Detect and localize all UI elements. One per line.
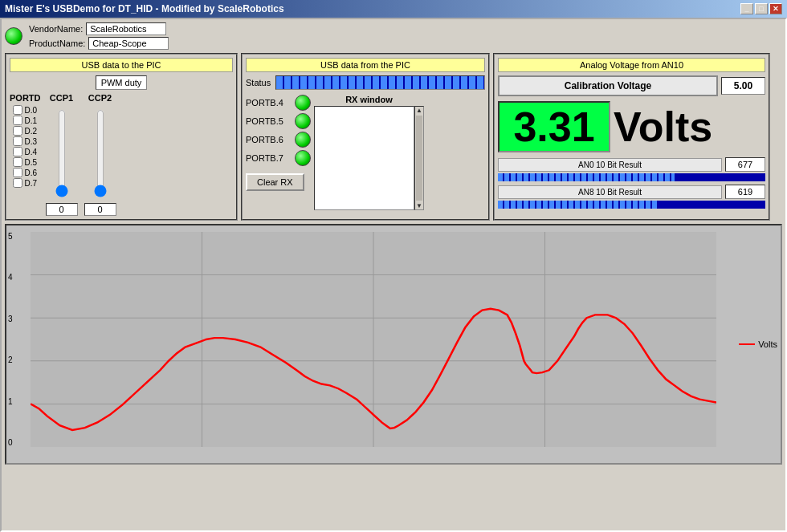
chart-svg xyxy=(31,232,716,447)
y-axis-labels: 5 4 3 2 1 0 xyxy=(8,232,13,447)
an8-label: AN8 10 Bit Result xyxy=(498,185,722,199)
window-title: Mister E's USBDemo for DT_HID - Modified… xyxy=(5,3,284,14)
portd-checkboxes: D.0 D.1 D.2 D.3 D.4 D.5 D.6 D.7 xyxy=(13,105,37,188)
y-label-3: 3 xyxy=(8,315,13,323)
clear-rx-button[interactable]: Clear RX xyxy=(246,173,304,191)
ccp2-group: CCP2 0 xyxy=(84,93,116,216)
usb-to-pic-title: USB data to the PIC xyxy=(10,58,233,72)
chart-panel: 5 4 3 2 1 0 Volts xyxy=(5,224,782,465)
status-row: Status xyxy=(246,75,485,90)
an8-value: 619 xyxy=(725,185,765,199)
an0-label: AN0 10 Bit Result xyxy=(498,158,722,172)
connection-led xyxy=(5,27,22,45)
sections-row: USB data to the PIC PWM duty PORTD D.0 D… xyxy=(5,53,782,221)
y-label-4: 4 xyxy=(8,273,13,282)
calib-label: Calibration Voltage xyxy=(498,75,718,96)
chart-legend: Volts xyxy=(739,339,777,349)
portb4-led xyxy=(295,95,311,111)
maximize-button[interactable]: □ xyxy=(755,3,768,14)
product-name-label: ProductName: xyxy=(29,39,85,48)
portb4-label: PORTB.4 xyxy=(246,98,290,108)
legend-line xyxy=(739,343,755,345)
rx-window-label: RX window xyxy=(345,95,393,104)
portb6-row: PORTB.6 xyxy=(246,132,311,148)
y-label-1: 1 xyxy=(8,397,13,406)
portb7-row: PORTB.7 xyxy=(246,150,311,166)
portd-group: PORTD D.0 D.1 D.2 D.3 D.4 D.5 D.6 D.7 xyxy=(10,93,41,188)
voltage-display: 3.31 Volts xyxy=(498,101,765,152)
status-label: Status xyxy=(246,78,271,87)
calib-value: 5.00 xyxy=(721,77,765,95)
ccp1-label: CCP1 xyxy=(50,93,73,103)
status-bar xyxy=(275,75,485,90)
pwm-label: PWM duty xyxy=(96,75,148,90)
an8-row: AN8 10 Bit Result 619 xyxy=(498,185,765,199)
portb4-row: PORTB.4 xyxy=(246,95,311,111)
portd-cb-d5[interactable] xyxy=(13,157,22,167)
portd-label: PORTD xyxy=(10,93,41,103)
y-label-2: 2 xyxy=(8,355,13,364)
scroll-thumb xyxy=(416,116,422,201)
ccp-section: CCP1 0 CCP2 0 xyxy=(46,93,116,216)
portb6-led xyxy=(295,132,311,148)
title-bar-buttons: _ □ ✕ xyxy=(740,3,782,14)
voltage-unit: Volts xyxy=(614,106,712,148)
usb-to-pic-panel: USB data to the PIC PWM duty PORTD D.0 D… xyxy=(5,53,238,221)
portb7-label: PORTB.7 xyxy=(246,153,290,163)
portb5-label: PORTB.5 xyxy=(246,116,290,126)
usb-from-pic-panel: USB data from the PIC Status PORTB.4 POR… xyxy=(241,53,490,221)
an0-bar-fill xyxy=(498,173,675,181)
an0-value: 677 xyxy=(725,157,765,172)
legend-label: Volts xyxy=(758,339,777,349)
minimize-button[interactable]: _ xyxy=(740,3,753,14)
portd-cb-d4[interactable] xyxy=(13,147,22,156)
rx-column: RX window ▲ ▼ xyxy=(314,95,424,210)
product-name-value: Cheap-Scope xyxy=(88,37,169,50)
portb6-label: PORTB.6 xyxy=(246,135,290,144)
usb-from-pic-title: USB data from the PIC xyxy=(246,58,485,72)
portd-cb-d2[interactable] xyxy=(13,126,22,136)
title-bar: Mister E's USBDemo for DT_HID - Modified… xyxy=(0,0,787,18)
rx-scrollbar[interactable]: ▲ ▼ xyxy=(414,106,424,210)
portb7-led xyxy=(295,150,311,166)
main-window: VendorName: ScaleRobotics ProductName: C… xyxy=(0,18,787,532)
ccp2-slider[interactable] xyxy=(92,109,108,197)
scroll-down-arrow[interactable]: ▼ xyxy=(416,202,422,209)
portd-cb-d7[interactable] xyxy=(13,178,22,188)
portd-cb-d6[interactable] xyxy=(13,168,22,177)
an8-bar xyxy=(498,201,765,209)
portd-cb-d3[interactable] xyxy=(13,136,22,146)
an0-row: AN0 10 Bit Result 677 xyxy=(498,157,765,172)
rx-window[interactable] xyxy=(314,106,414,210)
portb5-row: PORTB.5 xyxy=(246,113,311,129)
y-label-0: 0 xyxy=(8,438,13,447)
vendor-name-value: ScaleRobotics xyxy=(86,22,166,35)
calib-row: Calibration Voltage 5.00 xyxy=(498,75,765,96)
portd-cb-d0[interactable] xyxy=(13,105,22,115)
vendor-info: VendorName: ScaleRobotics ProductName: C… xyxy=(29,22,169,50)
pwm-container: PWM duty xyxy=(10,75,233,93)
analog-voltage-panel: Analog Voltage from AN10 Calibration Vol… xyxy=(493,53,770,221)
status-bar-fill xyxy=(276,76,484,89)
portd-section: PORTD D.0 D.1 D.2 D.3 D.4 D.5 D.6 D.7 CC xyxy=(10,93,233,216)
an8-bar-fill xyxy=(498,201,659,209)
portd-cb-d1[interactable] xyxy=(13,116,22,125)
close-button[interactable]: ✕ xyxy=(769,3,782,14)
top-info: VendorName: ScaleRobotics ProductName: C… xyxy=(5,22,782,50)
an0-bar xyxy=(498,173,765,181)
ccp1-value: 0 xyxy=(46,203,78,216)
portb-rx-row: PORTB.4 PORTB.5 PORTB.6 PORTB.7 xyxy=(246,95,485,210)
ccp1-slider[interactable] xyxy=(54,109,70,197)
voltage-number: 3.31 xyxy=(498,101,610,152)
ccp2-label: CCP2 xyxy=(88,93,112,103)
analog-title: Analog Voltage from AN10 xyxy=(498,58,765,72)
vendor-name-label: VendorName: xyxy=(29,24,83,34)
portb-column: PORTB.4 PORTB.5 PORTB.6 PORTB.7 xyxy=(246,95,311,210)
ccp2-value: 0 xyxy=(84,203,116,216)
portb5-led xyxy=(295,113,311,129)
scroll-up-arrow[interactable]: ▲ xyxy=(416,107,422,114)
ccp1-group: CCP1 0 xyxy=(46,93,78,216)
y-label-5: 5 xyxy=(8,232,13,241)
